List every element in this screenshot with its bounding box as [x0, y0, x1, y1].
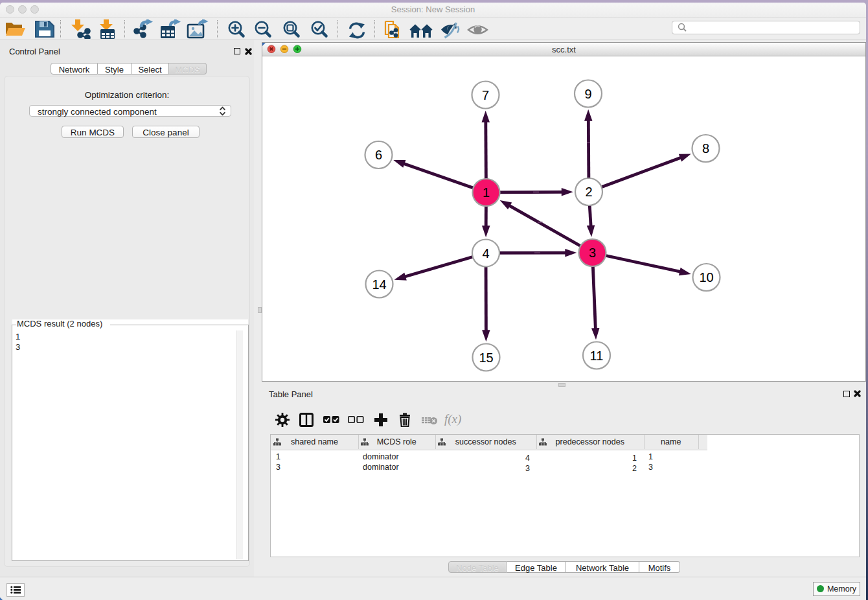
svg-text:15: 15 — [479, 351, 493, 365]
svg-text:8: 8 — [702, 141, 709, 156]
svg-text:11: 11 — [590, 349, 604, 363]
svg-text:10: 10 — [699, 270, 713, 284]
svg-text:9: 9 — [584, 87, 591, 101]
svg-text:6: 6 — [375, 148, 382, 162]
svg-text:4: 4 — [482, 246, 489, 260]
svg-text:1: 1 — [483, 185, 490, 200]
svg-text:3: 3 — [589, 246, 596, 260]
svg-text:7: 7 — [482, 88, 489, 102]
svg-text:2: 2 — [585, 185, 592, 199]
svg-text:14: 14 — [372, 277, 386, 292]
